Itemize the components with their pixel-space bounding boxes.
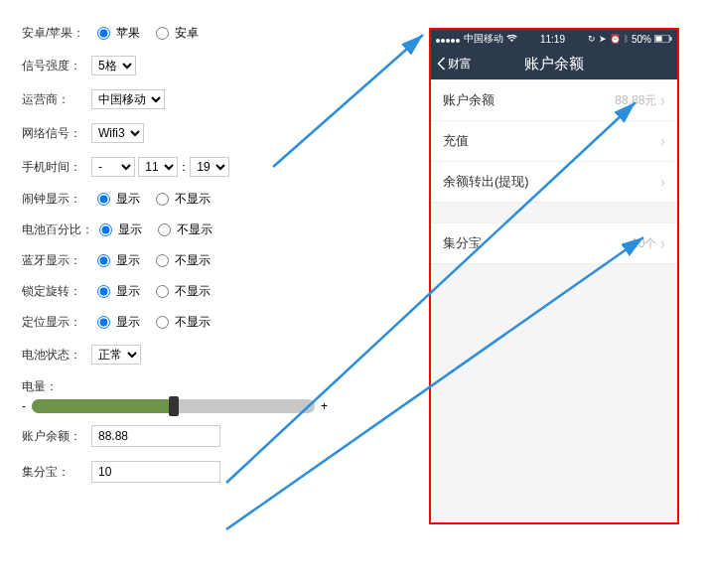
radio-lock-show[interactable]	[97, 285, 110, 298]
radio-loc-hide[interactable]	[156, 316, 169, 329]
chevron-right-icon: ›	[660, 133, 665, 149]
input-balance[interactable]	[91, 425, 220, 447]
radio-loc-show-label: 显示	[116, 314, 140, 331]
list-item-balance[interactable]: 账户余额 88.88元›	[431, 80, 677, 121]
label-battery-pct: 电池百分比：	[22, 221, 93, 238]
label-jifenbao: 集分宝：	[22, 464, 91, 481]
list-item-recharge[interactable]: 充值 ›	[431, 121, 677, 162]
select-minute[interactable]: 19	[190, 157, 229, 177]
back-label: 财富	[448, 56, 472, 73]
radio-bpct-show[interactable]	[99, 223, 112, 236]
back-button[interactable]: 财富	[437, 56, 472, 73]
select-network[interactable]: Wifi3	[91, 123, 144, 143]
item-label: 账户余额	[443, 91, 495, 109]
bluetooth-icon: ᛒ	[624, 34, 629, 44]
radio-bt-show[interactable]	[97, 254, 110, 267]
radio-bpct-hide[interactable]	[158, 223, 171, 236]
row-lock: 锁定旋转： 显示 不显示	[22, 283, 407, 300]
battery-icon	[654, 34, 672, 45]
slider-handle[interactable]	[169, 396, 179, 416]
row-alarm: 闹钟显示： 显示 不显示	[22, 191, 407, 208]
select-carrier[interactable]: 中国移动	[91, 89, 165, 109]
form-panel: 安卓/苹果： 苹果 安卓 信号强度： 5格 运营商： 中国移动 网络信号： Wi…	[0, 0, 407, 483]
radio-bt-hide-label: 不显示	[175, 252, 211, 269]
row-network: 网络信号： Wifi3	[22, 123, 407, 143]
status-carrier: 中国移动	[464, 32, 503, 46]
radio-lock-hide-label: 不显示	[175, 283, 211, 300]
row-time: 手机时间： - 11 ： 19	[22, 157, 407, 177]
label-bluetooth: 蓝牙显示：	[22, 252, 91, 269]
label-alarm: 闹钟显示：	[22, 191, 91, 208]
time-sep: ：	[178, 159, 190, 176]
row-signal: 信号强度： 5格	[22, 56, 407, 75]
radio-bt-hide[interactable]	[156, 254, 169, 267]
row-bluetooth: 蓝牙显示： 显示 不显示	[22, 252, 407, 269]
location-icon: ➤	[599, 34, 607, 44]
label-signal: 信号强度：	[22, 58, 91, 74]
radio-bt-show-label: 显示	[116, 252, 140, 269]
row-battery-pct: 电池百分比： 显示 不显示	[22, 221, 407, 238]
select-battery-state[interactable]: 正常	[91, 345, 141, 365]
item-value: 88.88元	[615, 92, 656, 109]
radio-loc-show[interactable]	[97, 316, 110, 329]
phone-preview: 中国移动 11:19 ↻ ➤ ⏰ ᛒ 50% 财富 账户余额 账户余额 88	[429, 28, 679, 524]
list-area: 账户余额 88.88元› 充值 › 余额转出(提现) › 集分宝 10个›	[431, 79, 677, 522]
power-slider[interactable]	[32, 399, 315, 413]
list-item-jifenbao[interactable]: 集分宝 10个›	[431, 223, 677, 263]
label-location: 定位显示：	[22, 314, 91, 331]
row-platform: 安卓/苹果： 苹果 安卓	[22, 25, 407, 42]
chevron-right-icon: ›	[660, 92, 665, 108]
radio-apple[interactable]	[97, 27, 110, 40]
label-power: 电量：	[22, 378, 91, 395]
row-carrier: 运营商： 中国移动	[22, 89, 407, 109]
svg-rect-1	[655, 36, 661, 41]
list-group-2: 集分宝 10个›	[431, 222, 677, 264]
lock-rotation-icon: ↻	[588, 34, 596, 44]
label-platform: 安卓/苹果：	[22, 25, 91, 42]
radio-alarm-show[interactable]	[97, 193, 110, 206]
label-network: 网络信号：	[22, 125, 91, 142]
radio-android-label: 安卓	[175, 25, 199, 42]
status-battery-text: 50%	[632, 34, 651, 45]
select-time-mode[interactable]: -	[91, 157, 135, 177]
chevron-right-icon: ›	[660, 174, 665, 190]
item-label: 集分宝	[443, 234, 482, 252]
radio-lock-hide[interactable]	[156, 285, 169, 298]
label-battery-state: 电池状态：	[22, 347, 91, 364]
row-battery-state: 电池状态： 正常	[22, 345, 407, 365]
radio-alarm-hide[interactable]	[156, 193, 169, 206]
radio-alarm-show-label: 显示	[116, 191, 140, 208]
list-item-withdraw[interactable]: 余额转出(提现) ›	[431, 162, 677, 202]
input-jifenbao[interactable]	[91, 461, 220, 483]
svg-rect-2	[670, 37, 671, 41]
select-hour[interactable]: 11	[138, 157, 178, 177]
label-time: 手机时间：	[22, 159, 91, 176]
signal-dots-icon	[436, 34, 461, 45]
item-label: 余额转出(提现)	[443, 173, 529, 191]
nav-bar: 财富 账户余额	[431, 48, 677, 79]
row-power-slider: - +	[22, 399, 407, 413]
row-jifenbao: 集分宝：	[22, 461, 407, 483]
radio-loc-hide-label: 不显示	[175, 314, 211, 331]
list-gap	[431, 203, 677, 222]
slider-plus: +	[321, 399, 328, 413]
chevron-left-icon	[437, 57, 446, 71]
slider-fill	[32, 399, 174, 413]
chevron-right-icon: ›	[660, 235, 665, 251]
label-carrier: 运营商：	[22, 91, 91, 108]
label-lock: 锁定旋转：	[22, 283, 91, 300]
row-balance: 账户余额：	[22, 425, 407, 447]
radio-bpct-show-label: 显示	[118, 221, 142, 238]
radio-alarm-hide-label: 不显示	[175, 191, 211, 208]
item-label: 充值	[443, 132, 469, 150]
row-location: 定位显示： 显示 不显示	[22, 314, 407, 331]
list-group-1: 账户余额 88.88元› 充值 › 余额转出(提现) ›	[431, 79, 677, 203]
wifi-icon	[506, 34, 517, 45]
radio-android[interactable]	[156, 27, 169, 40]
alarm-icon: ⏰	[610, 34, 621, 44]
list-bottom-space	[431, 264, 677, 522]
radio-lock-show-label: 显示	[116, 283, 140, 300]
label-balance: 账户余额：	[22, 428, 91, 445]
slider-minus: -	[22, 399, 26, 413]
select-signal[interactable]: 5格	[91, 56, 136, 75]
